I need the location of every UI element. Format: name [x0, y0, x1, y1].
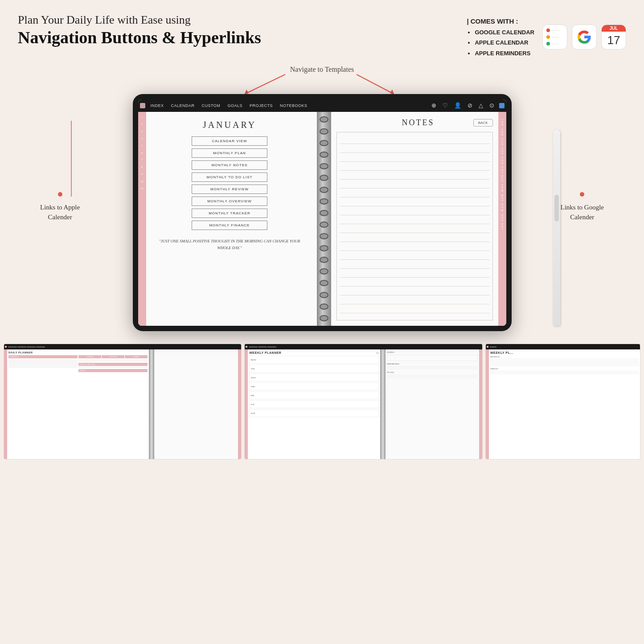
spiral-9	[320, 210, 328, 216]
spiral-10	[320, 222, 328, 228]
top-section: Plan Your Daily Life with Ease using Nav…	[0, 0, 644, 63]
left-dot	[58, 192, 62, 197]
btn-monthly-overview[interactable]: MONTHLY OVERVIEW	[192, 197, 267, 206]
thumb-sched-line9	[8, 366, 78, 367]
list-item-apple-cal: APPLE CALENDAR	[475, 37, 534, 48]
sidebar-num-4: 4	[141, 135, 143, 142]
thumb-monday-label: MONDAY	[490, 356, 639, 358]
sidebar-num-2: 2	[141, 121, 143, 127]
nav-icons-right: ⊕ ♡ 👤 ⊘ △ ⊙	[428, 101, 497, 110]
nav-icon-4[interactable]: ⊘	[464, 101, 476, 110]
nav-icon-1[interactable]: ⊕	[428, 101, 439, 110]
nav-index[interactable]: INDEX	[147, 103, 168, 109]
thumb-day-sun: SUN	[249, 409, 379, 417]
thumb-weekly-right-page: DATES: PRIORITIES: TO DO:	[386, 349, 479, 459]
nav-icon-2[interactable]: ♡	[439, 101, 451, 110]
btn-monthly-todo[interactable]: MONTHLY TO DO LIST	[192, 172, 267, 182]
pencil-grip	[554, 195, 559, 222]
thumb-day-wed: WED	[249, 373, 379, 381]
thumb-pri-line1	[387, 366, 478, 367]
reminder-dot-red	[546, 29, 550, 32]
left-page: JANUARY CALENDAR VIEW MONTHLY PLAN MONTH…	[146, 112, 317, 326]
btn-monthly-plan[interactable]: MONTHLY PLAN	[192, 148, 267, 158]
thumb-w2-fri-line3	[490, 373, 639, 374]
cal-day: 17	[602, 32, 626, 49]
apple-link-btn[interactable]	[140, 103, 145, 108]
app-icons: - - - - - - - - - - - -	[542, 25, 626, 49]
thumb-w2-line5	[490, 364, 639, 365]
nav-icon-3[interactable]: 👤	[451, 101, 464, 110]
thumb-daily-spine	[149, 349, 154, 459]
thumb-weekly2-title: WEEKLY PL...	[490, 351, 639, 354]
thumb-sched-line3	[8, 361, 78, 361]
btn-monthly-finance[interactable]: MONTHLY FINANCE	[192, 221, 267, 230]
thumb-label-fri: FRI	[250, 394, 257, 398]
thumb-weekly-sidebar	[245, 349, 248, 459]
thumb-daily-right-sidebar	[238, 349, 241, 459]
btn-monthly-review[interactable]: MONTHLY REVIEW	[192, 185, 267, 194]
thumb-r-line1	[78, 359, 148, 360]
thumb-daily-right: AFFIRM EXCITED APPREC WING OF THE DAY NO…	[78, 355, 148, 372]
thumb-todo-line1	[387, 375, 478, 375]
tablet-section: Links to AppleCalender Links to GoogleCa…	[18, 94, 626, 331]
thumb-sched-line8	[8, 365, 78, 366]
thumb-daily-nav	[4, 344, 241, 349]
thumb-daily: DAILY PLANNER SCHEDULE	[4, 344, 242, 459]
quote-block: "Just one small positive thought in the …	[152, 238, 308, 251]
btn-monthly-tracker[interactable]: MONTHLY TRACKER	[192, 209, 267, 218]
spine	[317, 112, 331, 326]
thumb-day-fri: FRI	[249, 391, 379, 399]
thumb-sched-line4	[8, 362, 78, 362]
nav-calendar[interactable]: CALENDAR	[168, 103, 198, 109]
spiral-1	[320, 116, 328, 123]
thumb-sched-line7	[8, 365, 78, 365]
right-page-header: NOTES BACK	[336, 118, 493, 127]
btn-monthly-notes[interactable]: MONTHLY NOTES	[192, 160, 267, 170]
reminders-icon: - - - - - - - - - - - -	[542, 25, 567, 49]
thumb-excited: EXCITED	[102, 355, 124, 358]
thumb-weekly-nav	[245, 344, 482, 349]
thumb-affirm: AFFIRM	[78, 355, 101, 358]
thumb-wing: WING OF THE DAY	[78, 363, 148, 366]
thumbnails-row: DAILY PLANNER SCHEDULE	[0, 344, 644, 459]
thumb-weekly2-dot	[487, 346, 488, 348]
svg-line-0	[246, 74, 285, 93]
google-link-btn[interactable]	[499, 103, 505, 108]
thumb-r-line2	[78, 360, 148, 361]
thumb-sched-line	[8, 359, 78, 360]
comes-with-title: | COMES WITH :	[467, 15, 534, 27]
nav-buttons-list: CALENDAR VIEW MONTHLY PLAN MONTHLY NOTES…	[152, 136, 308, 230]
nav-goals[interactable]: GOALS	[224, 103, 246, 109]
nav-projects[interactable]: PROJECTS	[246, 103, 276, 109]
thumb-weekly: WEEKLY PLANNER 01 MON TUE WED THU	[244, 344, 482, 459]
list-item-reminders: APPLE REMINDERS	[475, 48, 534, 58]
sidebar-num-10: 10	[141, 178, 144, 185]
thumb-nav-item	[8, 346, 17, 348]
note-line-17	[340, 278, 490, 287]
thumb-wk-item3	[267, 346, 276, 348]
sidebar-num-6: 6	[141, 150, 143, 156]
thumb-todo-line2	[387, 376, 478, 377]
nav-icon-5[interactable]: △	[476, 101, 486, 110]
note-line-11	[340, 224, 490, 233]
nav-notebooks[interactable]: NOTEBOOKS	[276, 103, 311, 109]
note-line-8	[340, 197, 490, 206]
nav-icon-6[interactable]: ⊙	[486, 101, 497, 110]
back-button[interactable]: BACK	[473, 119, 493, 127]
spiral-16	[320, 292, 328, 298]
pages-container: 1 2 3 4 5 6 7 8 9 10 11 JANUARY CALENDA	[138, 112, 506, 326]
spiral-18	[320, 315, 328, 321]
thumb-daily-schedule: SCHEDULE	[8, 355, 78, 372]
btn-calendar-view[interactable]: CALENDAR VIEW	[192, 136, 267, 146]
note-line-19	[340, 295, 490, 304]
comes-with-text: | COMES WITH : GOOGLE CALENDAR APPLE CAL…	[467, 15, 534, 58]
month-title: JANUARY	[203, 120, 256, 130]
note-line-14	[340, 251, 490, 260]
thumb-nav-dot	[5, 346, 7, 348]
right-page: NOTES BACK	[331, 112, 498, 326]
nav-items: INDEX CALENDAR CUSTOM GOALS PROJECTS NOT…	[147, 103, 311, 109]
thumb-w2-line4	[490, 363, 639, 363]
nav-custom[interactable]: CUSTOM	[198, 103, 224, 109]
spiral-17	[320, 304, 328, 310]
thumb-todo-line3	[387, 377, 478, 378]
